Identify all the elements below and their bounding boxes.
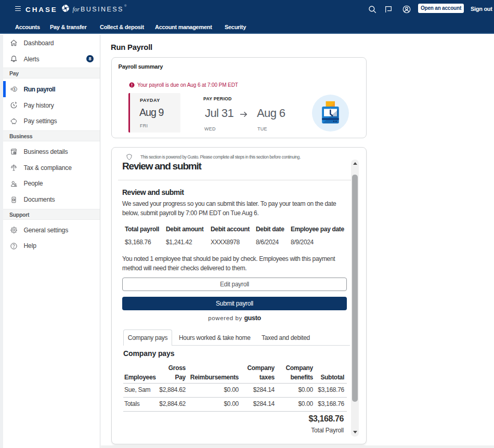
svg-text:$: $ — [14, 87, 16, 91]
